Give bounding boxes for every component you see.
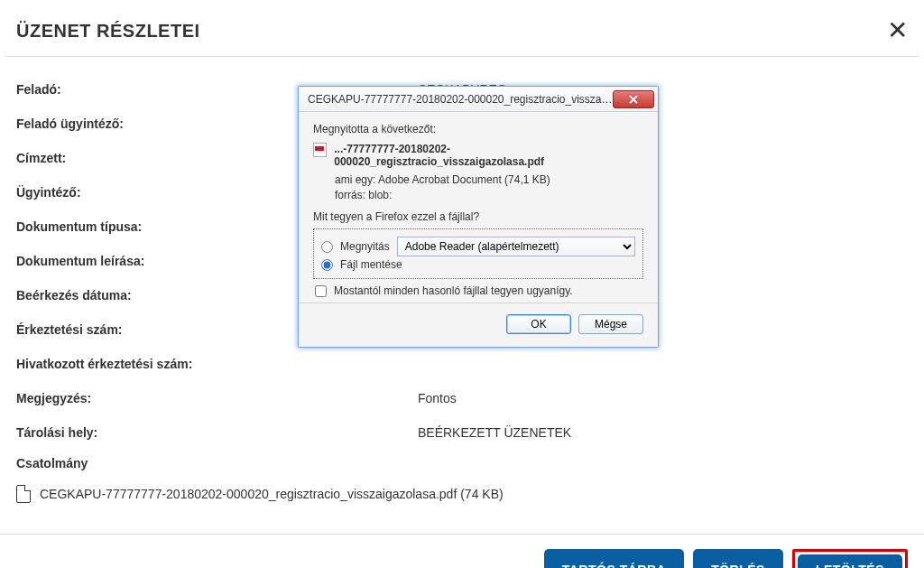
dialog-file-source: forrás: blob:	[335, 189, 643, 201]
pdf-icon	[313, 143, 327, 157]
label-storage: Tárolási hely:	[16, 425, 418, 440]
close-icon[interactable]: ✕	[887, 18, 908, 43]
download-button[interactable]: LETÖLTÉS	[798, 554, 902, 568]
row-storage: Tárolási hely: BEÉRKEZETT ÜZENETEK	[16, 418, 908, 452]
label-open: Megnyitás	[340, 240, 390, 253]
row-note: Megjegyzés: Fontos	[16, 384, 908, 418]
open-with-select[interactable]: Adobe Reader (alapértelmezett)	[397, 237, 635, 256]
attachment-label: Csatolmány	[16, 452, 908, 480]
dialog-ok-button[interactable]: OK	[506, 314, 571, 334]
dialog-cancel-button[interactable]: Mégse	[578, 314, 643, 334]
attachment-row[interactable]: CEGKAPU-77777777-20180202-000020_regiszt…	[16, 480, 908, 525]
dialog-question: Mit tegyen a Firefox ezzel a fájllal?	[313, 210, 643, 223]
attachment-section: Csatolmány CEGKAPU-77777777-20180202-000…	[0, 452, 924, 534]
row-ref-arrivalno: Hivatkozott érkeztetési szám:	[16, 349, 908, 384]
option-save-row[interactable]: Fájl mentése	[321, 258, 635, 271]
radio-open[interactable]	[321, 241, 333, 253]
value-storage: BEÉRKEZETT ÜZENETEK	[418, 425, 571, 440]
dialog-actions: OK Mégse	[313, 307, 643, 343]
download-highlight: LETÖLTÉS	[792, 549, 908, 568]
label-note: Megjegyzés:	[16, 391, 418, 405]
option-open-row[interactable]: Megnyitás Adobe Reader (alapértelmezett)	[321, 237, 635, 256]
dialog-titlebar[interactable]: CEGKAPU-77777777-20180202-000020_regiszt…	[299, 87, 658, 112]
footer-actions: TARTÓS TÁRBA TÖRLÉS LETÖLTÉS	[0, 534, 924, 568]
dialog-title: CEGKAPU-77777777-20180202-000020_regiszt…	[308, 93, 613, 106]
dialog-separator	[299, 303, 658, 303]
download-dialog: CEGKAPU-77777777-20180202-000020_regiszt…	[298, 86, 659, 348]
label-save: Fájl mentése	[340, 258, 402, 271]
delete-button[interactable]: TÖRLÉS	[693, 549, 783, 568]
dialog-opened-label: Megnyitotta a következőt:	[313, 123, 643, 135]
close-icon	[628, 95, 639, 104]
value-note: Fontos	[418, 391, 457, 405]
attachment-filename: CEGKAPU-77777777-20180202-000020_regiszt…	[40, 487, 504, 501]
page-title: ÜZENET RÉSZLETEI	[16, 21, 200, 42]
dialog-body: Megnyitotta a következőt: ...-77777777-2…	[299, 112, 658, 347]
label-ref-arrivalno: Hivatkozott érkeztetési szám:	[16, 357, 418, 371]
dialog-file-row: ...-77777777-20180202-000020_regisztraci…	[313, 143, 643, 168]
remember-row[interactable]: Mostantól minden hasonló fájllal tegyen …	[313, 284, 643, 297]
checkbox-remember[interactable]	[315, 285, 327, 297]
label-remember: Mostantól minden hasonló fájllal tegyen …	[334, 284, 573, 297]
dialog-file-type: ami egy: Adobe Acrobat Document (74,1 KB…	[335, 173, 643, 186]
store-button[interactable]: TARTÓS TÁRBA	[544, 549, 684, 568]
dialog-file-name: ...-77777777-20180202-000020_regisztraci…	[334, 143, 643, 168]
file-icon	[16, 485, 31, 503]
radio-save[interactable]	[321, 259, 333, 271]
dialog-option-group: Megnyitás Adobe Reader (alapértelmezett)…	[313, 228, 643, 279]
dialog-close-button[interactable]	[613, 90, 654, 108]
